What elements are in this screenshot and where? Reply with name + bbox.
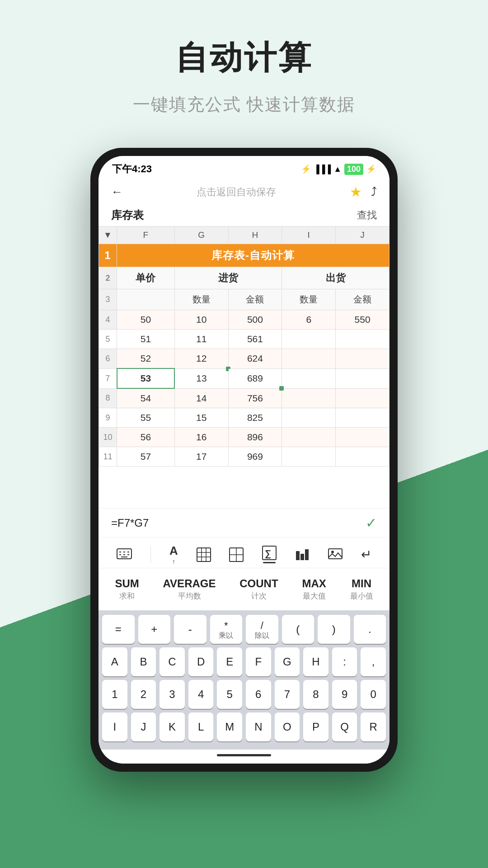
cell-ij2[interactable]: 出货 xyxy=(282,267,389,289)
key-6[interactable]: 6 xyxy=(246,680,271,709)
cell-g9[interactable]: 15 xyxy=(174,408,228,428)
cell-j4[interactable]: 550 xyxy=(336,310,389,330)
key-rparen[interactable]: ) xyxy=(318,615,350,644)
key-k[interactable]: K xyxy=(160,712,185,741)
key-plus[interactable]: + xyxy=(138,615,171,644)
key-h[interactable]: H xyxy=(303,647,328,676)
key-e[interactable]: E xyxy=(217,647,242,676)
share-icon[interactable]: ⤴ xyxy=(371,185,377,199)
cell-f7-selected[interactable]: 53 xyxy=(117,368,175,388)
key-1[interactable]: 1 xyxy=(102,680,127,709)
toolbar-table-icon[interactable] xyxy=(197,547,211,562)
cell-f6[interactable]: 52 xyxy=(117,349,175,369)
key-r[interactable]: R xyxy=(361,712,386,741)
key-o[interactable]: O xyxy=(275,712,300,741)
cell-g4[interactable]: 10 xyxy=(174,310,228,330)
cell-j7[interactable] xyxy=(336,368,389,388)
key-2[interactable]: 2 xyxy=(131,680,156,709)
key-multiply[interactable]: * 乘以 xyxy=(210,615,243,644)
key-p[interactable]: P xyxy=(303,712,328,741)
cell-f5[interactable]: 51 xyxy=(117,330,175,349)
key-4[interactable]: 4 xyxy=(188,680,214,709)
func-sum[interactable]: SUM 求和 xyxy=(108,575,146,604)
func-count[interactable]: COUNT 计次 xyxy=(232,575,285,604)
cell-h5[interactable]: 561 xyxy=(228,330,282,349)
key-5[interactable]: 5 xyxy=(217,680,242,709)
cell-j11[interactable] xyxy=(336,447,389,467)
key-f[interactable]: F xyxy=(246,647,271,676)
toolbar-formula-icon[interactable]: ∑ xyxy=(262,546,277,563)
find-button[interactable]: 查找 xyxy=(357,208,377,222)
toolbar-image-icon[interactable] xyxy=(328,548,343,561)
col-g[interactable]: G xyxy=(174,226,228,244)
cell-h4[interactable]: 500 xyxy=(228,310,282,330)
cell-h7[interactable]: 689 xyxy=(228,368,282,388)
col-f[interactable]: F xyxy=(117,226,175,244)
key-minus[interactable]: - xyxy=(174,615,206,644)
toolbar-keyboard-icon[interactable] xyxy=(117,548,132,561)
key-d[interactable]: D xyxy=(188,647,214,676)
spreadsheet-title-cell[interactable]: 库存表-自动计算 xyxy=(117,244,389,267)
key-g[interactable]: G xyxy=(275,647,300,676)
key-j[interactable]: J xyxy=(131,712,156,741)
key-c[interactable]: C xyxy=(160,647,185,676)
cell-g7[interactable]: 13 xyxy=(174,368,228,388)
toolbar-text-icon[interactable]: A↑ xyxy=(169,544,178,565)
key-7[interactable]: 7 xyxy=(275,680,300,709)
cell-gh2[interactable]: 进货 xyxy=(174,267,282,289)
cell-i9[interactable] xyxy=(282,408,336,428)
cell-f10[interactable]: 56 xyxy=(117,428,175,447)
col-h[interactable]: H xyxy=(228,226,282,244)
key-n[interactable]: N xyxy=(246,712,271,741)
key-l[interactable]: L xyxy=(188,712,214,741)
cell-j5[interactable] xyxy=(336,330,389,349)
back-button[interactable]: ← xyxy=(111,185,123,199)
func-average[interactable]: AVERAGE 平均数 xyxy=(156,575,223,604)
cell-i6[interactable] xyxy=(282,349,336,369)
cell-j8[interactable] xyxy=(336,388,389,408)
cell-i8[interactable] xyxy=(282,388,336,408)
key-m[interactable]: M xyxy=(217,712,242,741)
key-lparen[interactable]: ( xyxy=(282,615,314,644)
key-equals[interactable]: = xyxy=(102,615,135,644)
toolbar-chart-icon[interactable] xyxy=(295,547,310,562)
cell-g5[interactable]: 11 xyxy=(174,330,228,349)
cell-f2[interactable]: 单价 xyxy=(117,267,175,289)
key-dot[interactable]: . xyxy=(354,615,386,644)
cell-h6[interactable]: 624 xyxy=(228,349,282,369)
formula-confirm-button[interactable]: ✓ xyxy=(366,515,377,531)
key-q[interactable]: Q xyxy=(332,712,357,741)
cell-j6[interactable] xyxy=(336,349,389,369)
cell-g10[interactable]: 16 xyxy=(174,428,228,447)
cell-h11[interactable]: 969 xyxy=(228,447,282,467)
cell-i4[interactable]: 6 xyxy=(282,310,336,330)
cell-g6[interactable]: 12 xyxy=(174,349,228,369)
key-divide[interactable]: / 除以 xyxy=(246,615,278,644)
cell-h10[interactable]: 896 xyxy=(228,428,282,447)
col-i[interactable]: I xyxy=(282,226,336,244)
cell-g11[interactable]: 17 xyxy=(174,447,228,467)
key-0[interactable]: 0 xyxy=(361,680,386,709)
col-j[interactable]: J xyxy=(336,226,389,244)
key-comma[interactable]: , xyxy=(361,647,386,676)
cell-f4[interactable]: 50 xyxy=(117,310,175,330)
formula-text[interactable]: =F7*G7 xyxy=(111,517,366,529)
cell-f8[interactable]: 54 xyxy=(117,388,175,408)
cell-j9[interactable] xyxy=(336,408,389,428)
toolbar-cell-icon[interactable] xyxy=(229,547,244,562)
cell-g8[interactable]: 14 xyxy=(174,388,228,408)
key-8[interactable]: 8 xyxy=(303,680,328,709)
cell-h9[interactable]: 825 xyxy=(228,408,282,428)
toolbar-enter-icon[interactable]: ↵ xyxy=(361,547,371,562)
star-icon[interactable]: ★ xyxy=(350,184,362,200)
cell-i10[interactable] xyxy=(282,428,336,447)
key-b[interactable]: B xyxy=(131,647,156,676)
key-3[interactable]: 3 xyxy=(160,680,185,709)
cell-i7[interactable] xyxy=(282,368,336,388)
key-i[interactable]: I xyxy=(102,712,127,741)
key-a[interactable]: A xyxy=(102,647,127,676)
func-min[interactable]: MIN 最小值 xyxy=(343,575,380,604)
cell-j10[interactable] xyxy=(336,428,389,447)
cell-i11[interactable] xyxy=(282,447,336,467)
cell-h8[interactable]: 756 xyxy=(228,388,282,408)
